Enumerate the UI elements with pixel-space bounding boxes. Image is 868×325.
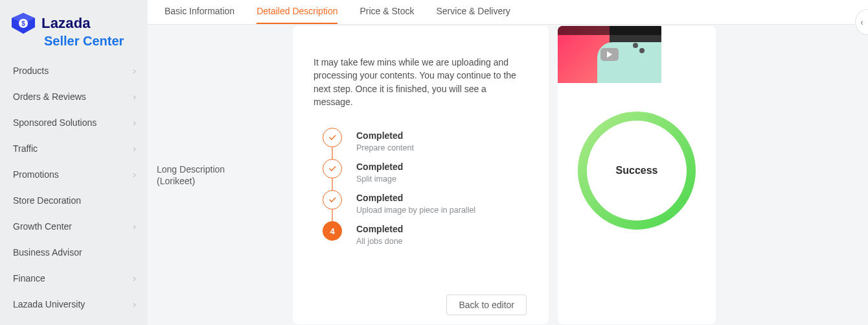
preview-card: Success bbox=[558, 26, 716, 324]
chevron-right-icon: › bbox=[133, 143, 136, 154]
step-title: Completed bbox=[356, 224, 403, 234]
back-to-editor-button[interactable]: Back to editor bbox=[446, 295, 527, 315]
step-title: Completed bbox=[356, 162, 403, 172]
step-title: Completed bbox=[356, 193, 475, 203]
tab-bar: Basic Information Detailed Description P… bbox=[148, 0, 868, 25]
chevron-right-icon: › bbox=[133, 117, 136, 128]
chevron-right-icon: › bbox=[133, 66, 136, 76]
sidebar-item-business-advisor[interactable]: Business Advisor bbox=[0, 239, 148, 265]
sidebar-item-label: Lazada University bbox=[13, 299, 85, 309]
chevron-right-icon: › bbox=[133, 299, 136, 309]
check-icon bbox=[323, 190, 342, 210]
tab-detailed-description[interactable]: Detailed Description bbox=[257, 6, 337, 24]
sidebar-item-orders-reviews[interactable]: Orders & Reviews › bbox=[0, 84, 148, 110]
chevron-left-icon: ‹ bbox=[860, 17, 863, 27]
sidebar-item-label: Orders & Reviews bbox=[13, 91, 86, 102]
sidebar-item-label: Finance bbox=[13, 273, 45, 283]
upload-step: Completed Split image bbox=[323, 159, 528, 184]
sidebar-item-label: Store Decoration bbox=[13, 195, 81, 206]
upload-step: Completed Prepare content bbox=[323, 128, 528, 152]
sidebar: $ Lazada Seller Center Products › Orders… bbox=[0, 0, 148, 325]
sidebar-item-lazada-university[interactable]: Lazada University › bbox=[0, 291, 148, 317]
tab-service-delivery[interactable]: Service & Delivery bbox=[437, 6, 510, 24]
sidebar-item-label: Business Advisor bbox=[13, 247, 82, 258]
section-label: Long Description (Lorikeet) bbox=[157, 26, 284, 187]
sidebar-item-store-decoration[interactable]: Store Decoration bbox=[0, 187, 148, 213]
brand-block: $ Lazada Seller Center bbox=[0, 6, 148, 58]
sidebar-item-label: Traffic bbox=[13, 143, 38, 154]
success-ring: Success bbox=[575, 109, 698, 232]
play-icon bbox=[600, 48, 619, 61]
upload-step: Completed Upload image by piece in paral… bbox=[323, 190, 528, 215]
step-title: Completed bbox=[356, 130, 414, 141]
step-subtitle: Prepare content bbox=[356, 143, 414, 152]
success-label: Success bbox=[575, 109, 698, 232]
section-label-line1: Long Description bbox=[157, 163, 284, 175]
svg-text:$: $ bbox=[21, 20, 25, 27]
chevron-right-icon: › bbox=[133, 273, 136, 283]
step-number-icon: 4 bbox=[323, 221, 342, 241]
sidebar-item-label: Promotions bbox=[13, 169, 59, 180]
chevron-right-icon: › bbox=[133, 221, 136, 232]
video-thumbnail[interactable] bbox=[558, 26, 661, 83]
sidebar-item-finance[interactable]: Finance › bbox=[0, 265, 148, 291]
sidebar-item-sponsored-solutions[interactable]: Sponsored Solutions › bbox=[0, 110, 148, 136]
main-area: Basic Information Detailed Description P… bbox=[148, 0, 868, 325]
sidebar-item-label: Sponsored Solutions bbox=[13, 117, 97, 128]
sidebar-item-promotions[interactable]: Promotions › bbox=[0, 162, 148, 187]
upload-steps: Completed Prepare content Completed Spli… bbox=[314, 128, 528, 246]
check-icon bbox=[323, 128, 342, 147]
upload-intro-text: It may take few mins while we are upload… bbox=[314, 56, 528, 108]
upload-step: 4 Completed All jobs done bbox=[323, 221, 528, 246]
tab-basic-information[interactable]: Basic Information bbox=[165, 6, 234, 24]
sidebar-item-label: Growth Center bbox=[13, 221, 72, 232]
upload-progress-card: It may take few mins while we are upload… bbox=[293, 26, 549, 324]
sidebar-item-traffic[interactable]: Traffic › bbox=[0, 136, 148, 162]
section-label-line2: (Lorikeet) bbox=[157, 175, 284, 187]
brand-subtitle: Seller Center bbox=[44, 34, 137, 49]
lazada-logo-icon: $ bbox=[10, 12, 36, 35]
chevron-right-icon: › bbox=[133, 169, 136, 180]
chevron-right-icon: › bbox=[133, 91, 136, 102]
step-subtitle: Upload image by piece in parallel bbox=[356, 206, 475, 215]
tab-price-stock[interactable]: Price & Stock bbox=[360, 6, 414, 24]
step-subtitle: Split image bbox=[356, 175, 403, 184]
sidebar-item-label: Products bbox=[13, 66, 49, 76]
sidebar-item-growth-center[interactable]: Growth Center › bbox=[0, 213, 148, 239]
check-icon bbox=[323, 159, 342, 178]
sidebar-item-products[interactable]: Products › bbox=[0, 58, 148, 84]
step-subtitle: All jobs done bbox=[356, 237, 403, 246]
brand-name: Lazada bbox=[41, 15, 91, 32]
